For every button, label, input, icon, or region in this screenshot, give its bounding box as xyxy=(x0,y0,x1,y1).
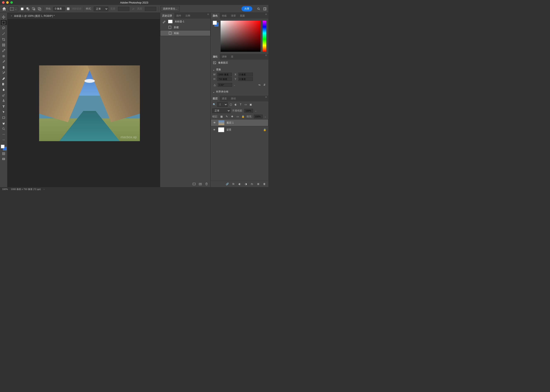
document-dimensions[interactable]: 1000 像素 x 750 像素 (72 ppi) xyxy=(11,188,41,191)
share-button[interactable]: 共享 xyxy=(242,6,252,11)
angle-field[interactable] xyxy=(218,83,232,87)
tab-gradients[interactable]: 渐变 xyxy=(229,13,238,19)
transform-section-header[interactable]: ⌄ 变换 xyxy=(213,67,266,72)
panel-menu-icon[interactable]: ≡ xyxy=(206,13,210,19)
align-section-header[interactable]: ⌄ 对齐并分布 xyxy=(213,89,266,94)
flip-horizontal-icon[interactable]: ⇋ xyxy=(258,83,261,87)
layer-row[interactable]: 👁 图层 1 xyxy=(211,119,268,126)
blend-mode-select[interactable]: 正常 xyxy=(212,108,230,113)
search-icon[interactable] xyxy=(257,7,260,11)
quick-mask-toggle[interactable] xyxy=(1,151,7,156)
style-select[interactable]: 正常 xyxy=(94,7,108,11)
history-item[interactable]: 粘贴 xyxy=(160,30,210,36)
new-layer-icon[interactable]: ⊞ xyxy=(256,182,260,186)
pen-tool[interactable] xyxy=(1,98,7,103)
crop-tool[interactable] xyxy=(1,37,7,42)
layer-thumbnail[interactable] xyxy=(218,120,224,125)
marquee-tool-indicator[interactable]: ⌄ xyxy=(9,7,18,11)
layer-visibility-toggle[interactable]: 👁 xyxy=(213,128,216,131)
foreground-color[interactable] xyxy=(1,145,5,148)
tab-color[interactable]: 颜色 xyxy=(211,13,220,19)
clone-stamp-tool[interactable] xyxy=(1,65,7,70)
tab-history[interactable]: 历史记录 xyxy=(160,13,174,19)
history-document-row[interactable]: 未标题-1 xyxy=(160,19,210,24)
layer-name[interactable]: 背景 xyxy=(226,128,231,132)
lock-paint-icon[interactable]: ✎ xyxy=(225,115,229,118)
panel-menu-icon[interactable]: ≡ xyxy=(264,13,268,19)
flip-vertical-icon[interactable]: ⇵ xyxy=(263,83,266,87)
selection-add-icon[interactable] xyxy=(26,7,30,11)
canvas-document[interactable]: macbox.ap xyxy=(39,65,140,141)
marquee-tool[interactable] xyxy=(1,20,7,25)
tab-adjustments[interactable]: 调整 xyxy=(220,54,229,60)
history-brush-tool[interactable] xyxy=(1,70,7,75)
more-tools[interactable]: ⋯ xyxy=(1,132,7,137)
search-icon[interactable]: 🔍 xyxy=(212,103,216,106)
tab-layers[interactable]: 图层 xyxy=(211,96,220,101)
layer-fx-icon[interactable]: fx xyxy=(231,182,235,186)
layer-row[interactable]: 👁 背景 🔒 xyxy=(211,126,268,133)
link-layers-icon[interactable]: 🔗 xyxy=(225,182,229,186)
brush-tool[interactable] xyxy=(1,59,7,64)
filter-smart-icon[interactable]: ▣ xyxy=(249,103,252,106)
edit-toolbar[interactable]: ⋯ xyxy=(1,137,7,142)
lock-transparency-icon[interactable]: ▦ xyxy=(220,115,223,118)
zoom-tool[interactable] xyxy=(1,126,7,131)
new-snapshot-icon[interactable] xyxy=(192,182,196,186)
layer-thumbnail[interactable] xyxy=(218,127,224,132)
fill-input[interactable] xyxy=(254,115,263,118)
move-tool[interactable] xyxy=(1,14,7,20)
select-and-mask-button[interactable]: 选择并遮住... xyxy=(160,6,180,12)
frame-tool[interactable] xyxy=(1,42,7,47)
tab-plugins[interactable]: 插件 xyxy=(174,13,183,19)
tab-properties[interactable]: 属性 xyxy=(211,54,220,60)
lock-all-icon[interactable]: 🔒 xyxy=(241,115,245,118)
tab-paths[interactable]: 路径 xyxy=(229,96,238,101)
width-field[interactable] xyxy=(217,73,232,76)
screen-mode-toggle[interactable] xyxy=(1,157,7,162)
tab-channels[interactable]: 通道 xyxy=(220,96,229,101)
selection-intersect-icon[interactable] xyxy=(38,7,41,11)
filter-type-icon[interactable]: T xyxy=(239,103,243,106)
delete-layer-icon[interactable]: 🗑 xyxy=(263,182,266,186)
blur-tool[interactable] xyxy=(1,87,7,92)
camera-icon[interactable] xyxy=(198,182,202,186)
hue-slider[interactable] xyxy=(263,21,266,52)
selection-new-icon[interactable] xyxy=(20,7,24,11)
color-swatch[interactable] xyxy=(1,145,7,150)
opacity-input[interactable] xyxy=(244,109,253,112)
eraser-tool[interactable] xyxy=(1,76,7,81)
magic-wand-tool[interactable] xyxy=(1,31,7,36)
chevron-right-icon[interactable]: › xyxy=(44,188,44,190)
panel-menu-icon[interactable]: ≡ xyxy=(264,54,268,60)
tab-libraries[interactable]: 库 xyxy=(229,54,236,60)
dodge-tool[interactable] xyxy=(1,93,7,98)
layer-visibility-toggle[interactable]: 👁 xyxy=(213,121,216,124)
gradient-tool[interactable] xyxy=(1,82,7,86)
trash-icon[interactable] xyxy=(205,182,208,186)
hand-tool[interactable] xyxy=(1,121,7,126)
rectangle-tool[interactable] xyxy=(1,115,7,120)
filter-shape-icon[interactable]: ▭ xyxy=(244,103,247,106)
home-button[interactable] xyxy=(2,7,7,11)
chevron-down-icon[interactable]: ⌄ xyxy=(233,84,236,86)
eyedropper-tool[interactable] xyxy=(1,48,7,53)
panel-menu-icon[interactable]: ≡ xyxy=(264,96,268,101)
adjustment-layer-icon[interactable]: ◑ xyxy=(244,182,248,186)
color-field[interactable] xyxy=(221,21,260,52)
tab-swatches[interactable]: 色板 xyxy=(220,13,229,19)
lock-icon[interactable]: 🔒 xyxy=(263,128,266,131)
y-field[interactable] xyxy=(238,77,253,81)
layer-group-icon[interactable]: 🗀 xyxy=(250,182,254,186)
maximize-window-button[interactable] xyxy=(10,1,13,4)
height-field[interactable] xyxy=(217,77,232,81)
chevron-down-icon[interactable]: ⌄ xyxy=(255,109,257,112)
layer-mask-icon[interactable]: ◐ xyxy=(238,182,242,186)
type-tool[interactable] xyxy=(1,104,7,109)
layer-name[interactable]: 图层 1 xyxy=(227,121,234,125)
history-item[interactable]: 新建 xyxy=(160,24,210,30)
zoom-level[interactable]: 100% xyxy=(2,188,8,190)
minimize-window-button[interactable] xyxy=(6,1,9,4)
document-tab[interactable]: × 未标题-1 @ 100% (图层 1, RGB/8*) * xyxy=(9,14,56,18)
close-window-button[interactable] xyxy=(2,1,5,4)
